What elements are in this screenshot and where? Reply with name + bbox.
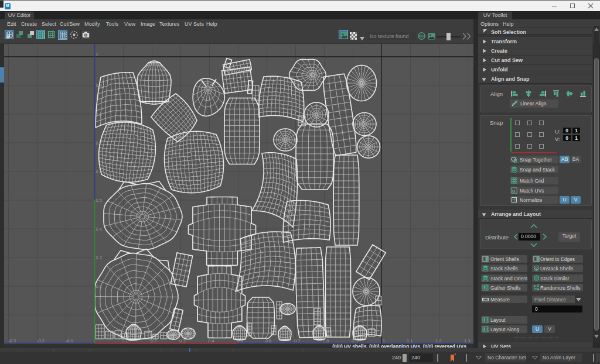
svg-text:0.6: 0.6: [265, 338, 271, 344]
svg-text:ʊ: ʊ: [512, 188, 514, 194]
svg-text:0.5: 0.5: [237, 338, 243, 344]
svg-text:1.2: 1.2: [435, 338, 441, 344]
svg-text:0.2: 0.2: [151, 338, 156, 344]
svg-text:1.1: 1.1: [407, 338, 412, 344]
svg-text:0.2: 0.2: [96, 284, 102, 289]
svg-text:0.5: 0.5: [96, 198, 102, 203]
svg-text:0.8: 0.8: [96, 112, 102, 117]
svg-text:0.4: 0.4: [96, 226, 102, 232]
svg-text:-0.1: -0.1: [66, 338, 73, 344]
svg-text:-0.2: -0.2: [37, 338, 45, 344]
svg-text:0.3: 0.3: [96, 255, 102, 260]
svg-text:0.9: 0.9: [96, 83, 102, 88]
svg-text:0.7: 0.7: [96, 140, 102, 146]
svg-text:0.9: 0.9: [352, 338, 357, 344]
svg-text:1: 1: [383, 338, 385, 344]
svg-text:0.4: 0.4: [208, 338, 214, 344]
svg-text:0.6: 0.6: [96, 169, 102, 174]
svg-text:1.3: 1.3: [464, 338, 470, 344]
svg-text:0.7: 0.7: [294, 338, 300, 344]
svg-text:0.8: 0.8: [323, 338, 329, 344]
svg-text:0.1: 0.1: [122, 338, 128, 344]
svg-text:RGB: RGB: [419, 35, 425, 38]
svg-text:1: 1: [96, 52, 98, 57]
svg-text:-0.3: -0.3: [8, 338, 16, 344]
svg-text:0.3: 0.3: [179, 338, 185, 344]
